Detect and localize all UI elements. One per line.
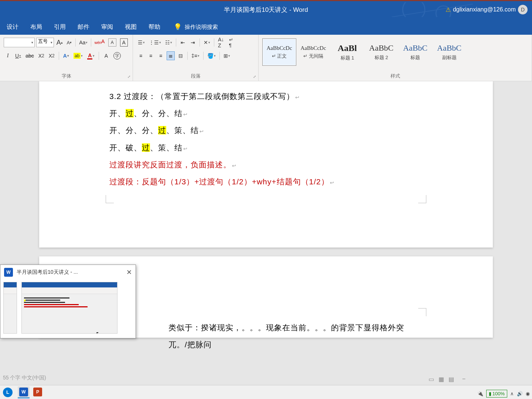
strikethrough-button[interactable]: abc: [24, 51, 35, 60]
user-area: ⚠ dglixianxiang@126.com D: [446, 5, 528, 14]
taskbar: L W P: [0, 385, 532, 399]
wifi-icon[interactable]: ◉: [526, 391, 530, 396]
doc-line-6: 过渡段：反题句（1/3）+过渡句（1/2）+why+结题句（1/2）↩: [109, 173, 423, 190]
system-tray: 🔌 ▮ 100% ∧ 🔊 ◉: [477, 390, 530, 398]
superscript-button[interactable]: X2: [48, 51, 56, 60]
line-spacing-button[interactable]: ‡≡▾: [190, 51, 201, 60]
status-bar-text: 55 个字 中文(中国): [0, 373, 49, 383]
font-color-button[interactable]: A▾: [86, 51, 96, 60]
page-corner-br: [418, 195, 426, 203]
tab-mailings[interactable]: 邮件: [78, 23, 89, 31]
font-size-select[interactable]: 五号▾: [36, 38, 54, 47]
taskbar-word[interactable]: W: [18, 386, 30, 398]
tray-chevron-icon[interactable]: ∧: [510, 391, 514, 396]
asian-layout-button[interactable]: ✕▾: [202, 38, 211, 47]
underline-button[interactable]: U▾: [14, 51, 22, 60]
italic-button[interactable]: I: [4, 51, 12, 60]
font-family-select[interactable]: ▾: [4, 38, 35, 47]
ribbon-tabs: 设计 布局 引用 邮件 审阅 视图 帮助 💡 操作说明搜索: [0, 19, 532, 35]
shading-button[interactable]: 🪣▾: [206, 51, 217, 60]
style-no-spacing[interactable]: AaBbCcDc ↵ 无间隔: [296, 38, 330, 66]
borders-button[interactable]: ⊞▾: [222, 51, 231, 60]
tab-help[interactable]: 帮助: [149, 23, 160, 31]
paragraph-dialog-launcher[interactable]: ⤢: [253, 75, 256, 79]
view-buttons: ▭ ▦ ▤ −: [429, 376, 466, 383]
tab-layout[interactable]: 布局: [30, 23, 42, 31]
doc-line-page2: 类似于：揆诸现实，。。。现象在当前。。。的背景下显得格外突兀。/把脉问: [168, 319, 423, 353]
style-title[interactable]: AaBbC 标题: [398, 38, 432, 66]
tab-view[interactable]: 视图: [125, 23, 137, 31]
phonetic-guide-button[interactable]: wénA: [93, 38, 106, 47]
numbering-button[interactable]: ⋮☰▾: [148, 38, 162, 47]
char-shading-button[interactable]: A: [102, 51, 110, 60]
increase-font-button[interactable]: A▴: [55, 38, 64, 47]
paragraph-group: ☰▾ ⋮☰▾ ☷▾ ⇤ ⇥ ✕▾ A↓Z ↵¶ ≡ ≡ ≡ ≣ ⊟ ‡≡▾ 🪣▾…: [133, 35, 259, 81]
bulb-icon: 💡: [174, 23, 182, 31]
distributed-button[interactable]: ⊟: [177, 51, 185, 60]
multilevel-list-button[interactable]: ☷▾: [164, 38, 173, 47]
cursor-icon: ↖: [96, 330, 100, 334]
sound-icon[interactable]: 🔊: [517, 391, 523, 396]
clear-formatting-button[interactable]: A: [107, 38, 117, 47]
char-border-button[interactable]: A: [119, 38, 129, 47]
doc-line-3: 开、分、分、过、策、结↩: [109, 122, 423, 139]
read-mode-button[interactable]: ▭: [429, 376, 434, 383]
zoom-out-button[interactable]: −: [462, 376, 466, 383]
style-normal[interactable]: AaBbCcDc ↵ 正文: [262, 38, 296, 66]
font-dialog-launcher[interactable]: ⤢: [127, 75, 130, 79]
styles-group-label: 样式: [259, 73, 532, 79]
user-avatar[interactable]: D: [518, 5, 528, 14]
user-email[interactable]: dglixianxiang@126.com: [453, 6, 516, 13]
taskbar-powerpoint[interactable]: P: [32, 386, 44, 398]
ribbon: ▾ 五号▾ A▴ A▾ Aa▾ wénA A A I U▾ abc X2 X2 …: [0, 35, 532, 81]
doc-line-1: 3.2 过渡段：（常置于第二段或倒数第三段或不写）↩: [109, 88, 423, 105]
print-layout-button[interactable]: ▦: [439, 376, 444, 383]
page-1[interactable]: 3.2 过渡段：（常置于第二段或倒数第三段或不写）↩ 开、过、分、分、结↩ 开、…: [39, 81, 493, 248]
bullets-button[interactable]: ☰▾: [137, 38, 146, 47]
decrease-indent-button[interactable]: ⇤: [179, 38, 187, 47]
change-case-button[interactable]: Aa▾: [78, 38, 89, 47]
taskbar-preview-popup: W 半月谈国考后10天讲义 - ... ✕ ↖: [0, 265, 136, 338]
preview-thumbnail-1[interactable]: [3, 282, 17, 334]
page-corner-tr: [418, 308, 426, 316]
document-area[interactable]: 3.2 过渡段：（常置于第二段或倒数第三段或不写）↩ 开、过、分、分、结↩ 开、…: [0, 81, 532, 384]
web-layout-button[interactable]: ▤: [449, 376, 454, 383]
tab-design[interactable]: 设计: [7, 23, 18, 31]
plug-icon[interactable]: 🔌: [477, 391, 483, 396]
word-app-icon: W: [4, 268, 13, 277]
styles-gallery: AaBbCcDc ↵ 正文 AaBbCcDc ↵ 无间隔 AaBl 标题 1 A…: [262, 38, 528, 69]
page-corner-bl: [106, 195, 114, 203]
style-subtitle[interactable]: AaBbC 副标题: [432, 38, 466, 66]
preview-thumbnail-2[interactable]: ↖: [21, 282, 117, 334]
preview-title: 半月谈国考后10天讲义 - ...: [17, 269, 123, 276]
highlight-button[interactable]: ab▾: [72, 51, 84, 60]
tell-me-search[interactable]: 💡 操作说明搜索: [174, 23, 218, 31]
paragraph-group-label: 段落: [133, 73, 258, 79]
subscript-button[interactable]: X2: [37, 51, 45, 60]
align-center-button[interactable]: ≡: [147, 51, 155, 60]
tab-review[interactable]: 审阅: [101, 23, 113, 31]
style-heading2[interactable]: AaBbC 标题 2: [364, 38, 398, 66]
doc-line-4: 开、破、过、策、结↩: [109, 139, 423, 156]
text-effects-button[interactable]: A▾: [62, 51, 70, 60]
increase-indent-button[interactable]: ⇥: [189, 38, 197, 47]
battery-indicator[interactable]: ▮ 100%: [486, 390, 507, 398]
sort-button[interactable]: A↓Z: [217, 38, 225, 47]
doc-line-2: 开、过、分、分、结↩: [109, 105, 423, 122]
decrease-font-button[interactable]: A▾: [65, 38, 73, 47]
align-left-button[interactable]: ≡: [137, 51, 145, 60]
font-group: ▾ 五号▾ A▴ A▾ Aa▾ wénA A A I U▾ abc X2 X2 …: [0, 35, 133, 81]
align-right-button[interactable]: ≡: [157, 51, 165, 60]
warning-icon: ⚠: [446, 6, 451, 13]
language-indicator[interactable]: L: [3, 388, 13, 397]
style-heading1[interactable]: AaBl 标题 1: [330, 38, 364, 66]
show-marks-button[interactable]: ↵¶: [227, 38, 235, 47]
preview-close-button[interactable]: ✕: [126, 268, 132, 276]
title-bar: 半月谈国考后10天讲义 - Word ⚠ dglixianxiang@126.c…: [0, 0, 532, 19]
styles-group: AaBbCcDc ↵ 正文 AaBbCcDc ↵ 无间隔 AaBl 标题 1 A…: [259, 35, 532, 81]
justify-button[interactable]: ≣: [167, 51, 175, 60]
tab-references[interactable]: 引用: [54, 23, 66, 31]
font-group-label: 字体: [0, 73, 133, 79]
tell-me-label: 操作说明搜索: [185, 24, 218, 31]
enclose-char-button[interactable]: 字: [112, 51, 122, 60]
